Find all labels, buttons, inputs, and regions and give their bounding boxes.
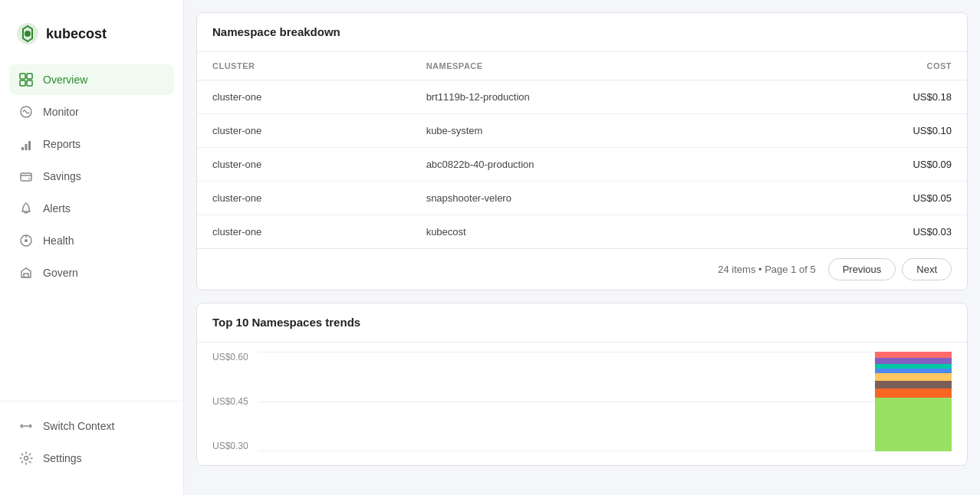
reports-icon xyxy=(18,136,34,152)
overview-icon xyxy=(18,72,34,87)
switch-context-label: Switch Context xyxy=(43,420,114,432)
sidebar-item-health[interactable]: Health xyxy=(9,225,174,256)
sidebar-item-settings[interactable]: Settings xyxy=(9,443,174,474)
grid-line-2 xyxy=(258,451,952,451)
svg-rect-4 xyxy=(20,80,25,86)
sidebar-item-label-savings: Savings xyxy=(43,170,81,182)
sidebar-bottom: Switch Context Settings xyxy=(0,401,183,483)
y-label-1: US$0.45 xyxy=(212,396,248,407)
settings-icon xyxy=(18,451,34,466)
table-row: cluster-one snapshooter-velero US$0.05 xyxy=(197,182,967,215)
svg-rect-5 xyxy=(27,80,32,86)
cell-namespace-0: brt1119b-12-production xyxy=(411,80,781,114)
pagination-info: 24 items • Page 1 of 5 xyxy=(718,264,815,275)
cell-cluster-3: cluster-one xyxy=(197,182,411,215)
bar-segment-6 xyxy=(875,388,952,398)
svg-rect-10 xyxy=(21,173,31,181)
cell-cost-1: US$0.10 xyxy=(781,114,967,148)
sidebar-item-label-overview: Overview xyxy=(43,74,87,86)
grid-lines xyxy=(258,352,952,451)
namespace-breakdown-header: Namespace breakdown xyxy=(197,13,967,52)
table-row: cluster-one kubecost US$0.03 xyxy=(197,215,967,249)
sidebar-item-monitor[interactable]: Monitor xyxy=(9,97,174,127)
logo-container: kubecost xyxy=(0,12,183,64)
bar-segment-1 xyxy=(875,358,952,364)
namespace-breakdown-table: CLUSTER NAMESPACE COST cluster-one brt11… xyxy=(197,52,967,248)
settings-label: Settings xyxy=(43,452,82,464)
svg-rect-3 xyxy=(27,74,32,79)
cell-namespace-3: snapshooter-velero xyxy=(411,182,781,215)
col-cluster: CLUSTER xyxy=(197,52,411,80)
svg-point-13 xyxy=(25,239,28,242)
bar-segment-7 xyxy=(875,398,952,451)
table-row: cluster-one brt1119b-12-production US$0.… xyxy=(197,80,967,114)
govern-icon xyxy=(18,265,34,280)
stacked-bar-chart xyxy=(875,352,952,451)
svg-rect-8 xyxy=(25,144,28,150)
y-label-2: US$0.30 xyxy=(212,441,248,451)
svg-rect-9 xyxy=(28,141,31,150)
pagination-row: 24 items • Page 1 of 5 Previous Next xyxy=(197,248,967,290)
cell-namespace-2: abc0822b-40-production xyxy=(411,148,781,182)
sidebar-item-reports[interactable]: Reports xyxy=(9,129,174,159)
sidebar-item-label-govern: Govern xyxy=(43,267,78,279)
next-button[interactable]: Next xyxy=(902,258,952,280)
cell-cluster-4: cluster-one xyxy=(197,215,411,249)
cell-cost-4: US$0.03 xyxy=(781,215,967,249)
savings-icon xyxy=(18,169,34,184)
cell-cluster-0: cluster-one xyxy=(197,80,411,114)
table-header-row: CLUSTER NAMESPACE COST xyxy=(197,52,967,80)
trends-card: Top 10 Namespaces trends US$0.60 US$0.45… xyxy=(196,303,968,466)
svg-point-1 xyxy=(25,31,31,37)
switch-context-icon xyxy=(18,418,34,434)
sidebar-item-label-monitor: Monitor xyxy=(43,106,79,118)
svg-point-11 xyxy=(28,178,30,179)
cell-cluster-2: cluster-one xyxy=(197,148,411,182)
namespace-breakdown-card: Namespace breakdown CLUSTER NAMESPACE CO… xyxy=(196,12,968,290)
svg-rect-15 xyxy=(24,274,28,277)
kubecost-logo-icon xyxy=(15,21,40,46)
content-inner: Namespace breakdown CLUSTER NAMESPACE CO… xyxy=(184,12,980,466)
y-axis-labels: US$0.60 US$0.45 US$0.30 xyxy=(212,352,248,451)
sidebar-item-label-reports: Reports xyxy=(43,138,81,150)
sidebar-item-savings[interactable]: Savings xyxy=(9,161,174,192)
main-content: Namespace breakdown CLUSTER NAMESPACE CO… xyxy=(184,0,980,495)
cell-namespace-4: kubecost xyxy=(411,215,781,249)
bar-segment-5 xyxy=(875,381,952,388)
main-nav: Overview Monitor Reports xyxy=(0,64,183,401)
bar-segment-4 xyxy=(875,373,952,381)
sidebar-item-overview[interactable]: Overview xyxy=(9,64,174,95)
bar-segment-0 xyxy=(875,352,952,358)
alerts-icon xyxy=(18,201,34,216)
grid-line-1 xyxy=(258,402,952,402)
trends-header: Top 10 Namespaces trends xyxy=(197,303,967,343)
cell-namespace-1: kube-system xyxy=(411,114,781,148)
trends-title: Top 10 Namespaces trends xyxy=(212,316,360,329)
health-icon xyxy=(18,233,34,248)
cell-cost-2: US$0.09 xyxy=(781,148,967,182)
monitor-icon xyxy=(18,104,34,120)
col-namespace: NAMESPACE xyxy=(411,52,781,80)
sidebar-item-govern[interactable]: Govern xyxy=(9,257,174,288)
logo-text: kubecost xyxy=(46,26,107,42)
sidebar-item-label-health: Health xyxy=(43,234,74,247)
cell-cost-3: US$0.05 xyxy=(781,182,967,215)
namespace-breakdown-title: Namespace breakdown xyxy=(212,25,340,38)
svg-rect-2 xyxy=(20,74,25,79)
y-label-0: US$0.60 xyxy=(212,352,248,362)
sidebar: kubecost Overview Monitor xyxy=(0,0,184,495)
sidebar-item-label-alerts: Alerts xyxy=(43,202,71,215)
previous-button[interactable]: Previous xyxy=(828,258,896,280)
sidebar-item-alerts[interactable]: Alerts xyxy=(9,193,174,224)
trends-chart: US$0.60 US$0.45 US$0.30 xyxy=(197,343,967,465)
svg-rect-7 xyxy=(21,147,24,150)
grid-line-0 xyxy=(258,352,952,352)
table-row: cluster-one kube-system US$0.10 xyxy=(197,114,967,148)
svg-point-16 xyxy=(25,457,28,461)
cell-cost-0: US$0.18 xyxy=(781,80,967,114)
table-row: cluster-one abc0822b-40-production US$0.… xyxy=(197,148,967,182)
cell-cluster-1: cluster-one xyxy=(197,114,411,148)
sidebar-item-switch-context[interactable]: Switch Context xyxy=(9,411,174,441)
col-cost: COST xyxy=(781,52,967,80)
